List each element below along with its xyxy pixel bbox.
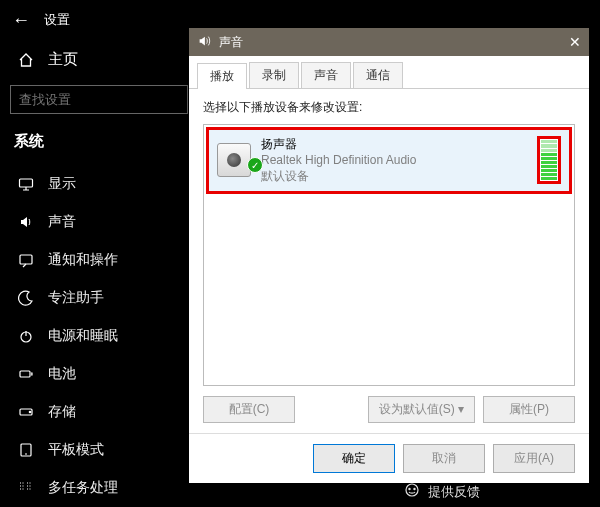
feedback-link[interactable]: 提供反馈 bbox=[404, 482, 480, 501]
sound-dialog: 声音 ✕ 播放录制声音通信 选择以下播放设备来修改设置: ✓ 扬声器 Realt… bbox=[189, 28, 589, 483]
storage-icon bbox=[18, 404, 34, 420]
tablet-icon bbox=[18, 442, 34, 458]
sidebar-item-label: 通知和操作 bbox=[48, 251, 118, 269]
feedback-icon bbox=[404, 482, 420, 501]
volume-meter bbox=[537, 136, 561, 184]
sidebar-item-label: 存储 bbox=[48, 403, 76, 421]
device-item-speaker[interactable]: ✓ 扬声器 Realtek High Definition Audio 默认设备 bbox=[206, 127, 572, 194]
properties-button[interactable]: 属性(P) bbox=[483, 396, 575, 423]
battery-icon bbox=[18, 366, 34, 382]
tab-3[interactable]: 通信 bbox=[353, 62, 403, 88]
sidebar-item-label: 平板模式 bbox=[48, 441, 104, 459]
nav-home-label: 主页 bbox=[48, 50, 78, 69]
sidebar-item-label: 显示 bbox=[48, 175, 76, 193]
focus-icon bbox=[18, 290, 34, 306]
close-icon[interactable]: ✕ bbox=[569, 34, 581, 50]
instruction-text: 选择以下播放设备来修改设置: bbox=[203, 99, 575, 116]
back-arrow-icon[interactable]: ← bbox=[12, 11, 30, 29]
dialog-title: 声音 bbox=[219, 34, 569, 51]
svg-point-9 bbox=[414, 488, 415, 489]
apply-button[interactable]: 应用(A) bbox=[493, 444, 575, 473]
sidebar-item-label: 声音 bbox=[48, 213, 76, 231]
svg-rect-1 bbox=[20, 255, 32, 264]
svg-rect-0 bbox=[20, 179, 33, 187]
device-list: ✓ 扬声器 Realtek High Definition Audio 默认设备 bbox=[203, 124, 575, 386]
svg-point-5 bbox=[29, 411, 30, 412]
settings-title: 设置 bbox=[44, 11, 70, 29]
dialog-titlebar[interactable]: 声音 ✕ bbox=[189, 28, 589, 56]
device-subtitle: Realtek High Definition Audio bbox=[261, 152, 527, 168]
sidebar-item-label: 多任务处理 bbox=[48, 479, 118, 497]
speaker-icon bbox=[197, 34, 211, 51]
tab-1[interactable]: 录制 bbox=[249, 62, 299, 88]
power-icon bbox=[18, 328, 34, 344]
notify-icon bbox=[18, 252, 34, 268]
tab-2[interactable]: 声音 bbox=[301, 62, 351, 88]
multi-icon bbox=[18, 480, 34, 496]
device-default: 默认设备 bbox=[261, 168, 527, 184]
sidebar-item-label: 电源和睡眠 bbox=[48, 327, 118, 345]
configure-button[interactable]: 配置(C) bbox=[203, 396, 295, 423]
sidebar-item-label: 电池 bbox=[48, 365, 76, 383]
cancel-button[interactable]: 取消 bbox=[403, 444, 485, 473]
search-input[interactable] bbox=[10, 85, 188, 114]
svg-point-8 bbox=[409, 488, 410, 489]
display-icon bbox=[18, 176, 34, 192]
tab-strip: 播放录制声音通信 bbox=[189, 56, 589, 89]
device-speaker-icon bbox=[217, 143, 251, 177]
tab-0[interactable]: 播放 bbox=[197, 63, 247, 89]
ok-button[interactable]: 确定 bbox=[313, 444, 395, 473]
svg-point-7 bbox=[406, 484, 418, 496]
sound-icon bbox=[18, 214, 34, 230]
svg-rect-3 bbox=[20, 371, 30, 377]
home-icon bbox=[18, 52, 34, 68]
sidebar-item-label: 专注助手 bbox=[48, 289, 104, 307]
device-name: 扬声器 bbox=[261, 136, 527, 152]
feedback-label: 提供反馈 bbox=[428, 483, 480, 501]
set-default-button[interactable]: 设为默认值(S) ▾ bbox=[368, 396, 475, 423]
